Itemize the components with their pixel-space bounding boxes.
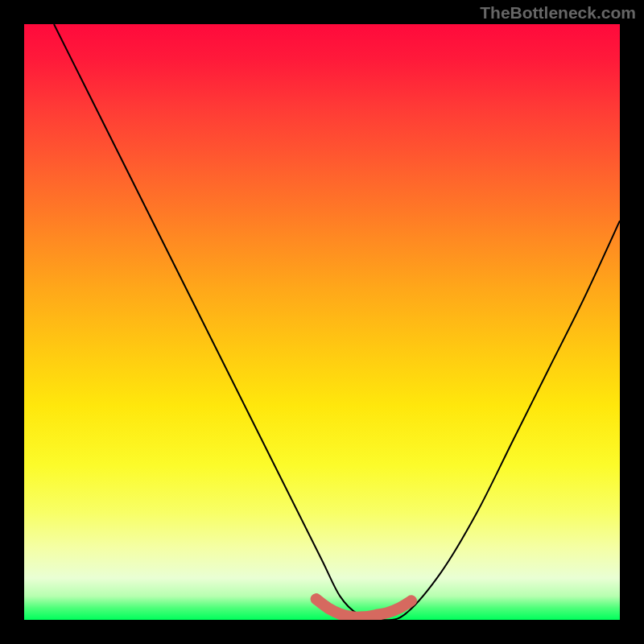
valley-overlay-path [316, 599, 411, 617]
chart-svg [24, 24, 620, 620]
main-curve-path [54, 24, 620, 620]
chart-plot-area [24, 24, 620, 620]
watermark: TheBottleneck.com [480, 3, 636, 23]
